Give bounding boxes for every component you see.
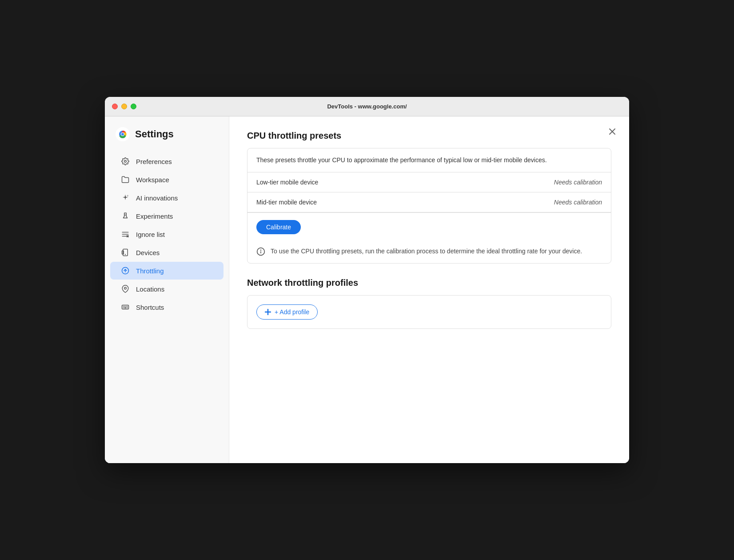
- sparkle-icon: [121, 193, 130, 202]
- calibration-status: Needs calibration: [554, 199, 602, 206]
- sidebar-item-label: Ignore list: [136, 231, 165, 238]
- table-row: Low-tier mobile device Needs calibration: [247, 172, 611, 192]
- sidebar-item-preferences[interactable]: Preferences: [110, 152, 223, 170]
- svg-point-3: [121, 133, 124, 136]
- titlebar: DevTools - www.google.com/: [105, 97, 629, 116]
- sidebar-item-label: Devices: [136, 249, 160, 256]
- cpu-section-title: CPU throttling presets: [247, 131, 611, 141]
- sidebar-item-label: Workspace: [136, 176, 169, 184]
- add-profile-button[interactable]: + Add profile: [256, 304, 318, 320]
- sidebar-item-ignore-list[interactable]: Ignore list: [110, 225, 223, 243]
- sidebar-item-label: Preferences: [136, 158, 172, 165]
- info-icon: [256, 247, 265, 256]
- sidebar-item-label: Shortcuts: [136, 304, 164, 311]
- network-throttling-card: + Add profile: [247, 295, 611, 329]
- sidebar-item-shortcuts[interactable]: Shortcuts: [110, 298, 223, 316]
- location-icon: [121, 284, 130, 293]
- devices-icon: [121, 248, 130, 257]
- sidebar-item-label: AI innovations: [136, 194, 178, 202]
- sidebar: Settings Preferences: [105, 116, 229, 463]
- sidebar-item-label: Throttling: [136, 267, 164, 275]
- window-body: Settings Preferences: [105, 116, 629, 463]
- sidebar-nav: Preferences Workspace: [105, 152, 229, 316]
- folder-icon: [121, 175, 130, 184]
- main-content: CPU throttling presets These presets thr…: [229, 116, 629, 463]
- ignore-icon: [121, 230, 130, 239]
- sidebar-item-ai[interactable]: AI innovations: [110, 189, 223, 207]
- throttle-icon: [121, 266, 130, 275]
- minimize-traffic-light[interactable]: [121, 104, 127, 109]
- svg-rect-17: [122, 305, 129, 309]
- chrome-logo: [116, 127, 130, 141]
- svg-point-4: [124, 160, 127, 163]
- sidebar-item-locations[interactable]: Locations: [110, 280, 223, 298]
- cpu-description: These presets throttle your CPU to appro…: [247, 148, 611, 172]
- plus-icon: [265, 309, 271, 315]
- maximize-traffic-light[interactable]: [131, 104, 136, 109]
- sidebar-item-experiments[interactable]: Experiments: [110, 207, 223, 225]
- traffic-lights: [112, 104, 136, 109]
- sidebar-item-throttling[interactable]: Throttling: [110, 262, 223, 280]
- cpu-throttling-card: These presets throttle your CPU to appro…: [247, 148, 611, 264]
- calibration-info-text: To use the CPU throttling presets, run t…: [271, 247, 582, 256]
- sidebar-header: Settings: [105, 127, 229, 152]
- svg-point-16: [124, 287, 127, 289]
- flask-icon: [121, 212, 130, 220]
- table-row: Mid-tier mobile device Needs calibration: [247, 192, 611, 212]
- sidebar-item-label: Locations: [136, 285, 164, 293]
- close-traffic-light[interactable]: [112, 104, 118, 109]
- devtools-window: DevTools - www.google.com/ Settings: [105, 97, 629, 463]
- sidebar-item-devices[interactable]: Devices: [110, 244, 223, 261]
- settings-heading: Settings: [135, 128, 174, 140]
- calibration-info-row: To use the CPU throttling presets, run t…: [247, 241, 611, 263]
- sidebar-item-workspace[interactable]: Workspace: [110, 171, 223, 188]
- calibrate-button[interactable]: Calibrate: [256, 220, 301, 234]
- gear-icon: [121, 157, 130, 166]
- window-title: DevTools - www.google.com/: [327, 103, 407, 110]
- close-button[interactable]: [606, 125, 618, 138]
- device-name: Low-tier mobile device: [256, 179, 318, 186]
- network-section-title: Network throttling profiles: [247, 278, 611, 288]
- add-profile-label: + Add profile: [275, 308, 309, 316]
- device-name: Mid-tier mobile device: [256, 199, 317, 206]
- calibration-status: Needs calibration: [554, 179, 602, 186]
- calibrate-section: Calibrate: [247, 212, 611, 241]
- sidebar-item-label: Experiments: [136, 212, 173, 220]
- keyboard-icon: [121, 303, 130, 312]
